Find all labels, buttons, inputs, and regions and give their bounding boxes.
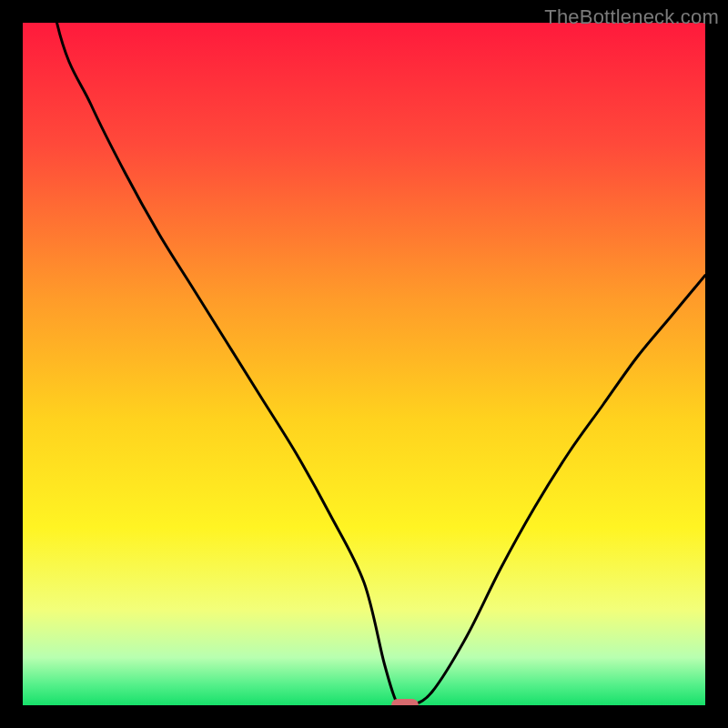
chart-svg <box>23 23 705 705</box>
chart-plot-area <box>23 23 705 705</box>
watermark-text: TheBottleneck.com <box>544 5 719 29</box>
gradient-background <box>23 23 705 705</box>
optimum-marker <box>391 699 419 705</box>
chart-frame: TheBottleneck.com <box>0 0 728 728</box>
